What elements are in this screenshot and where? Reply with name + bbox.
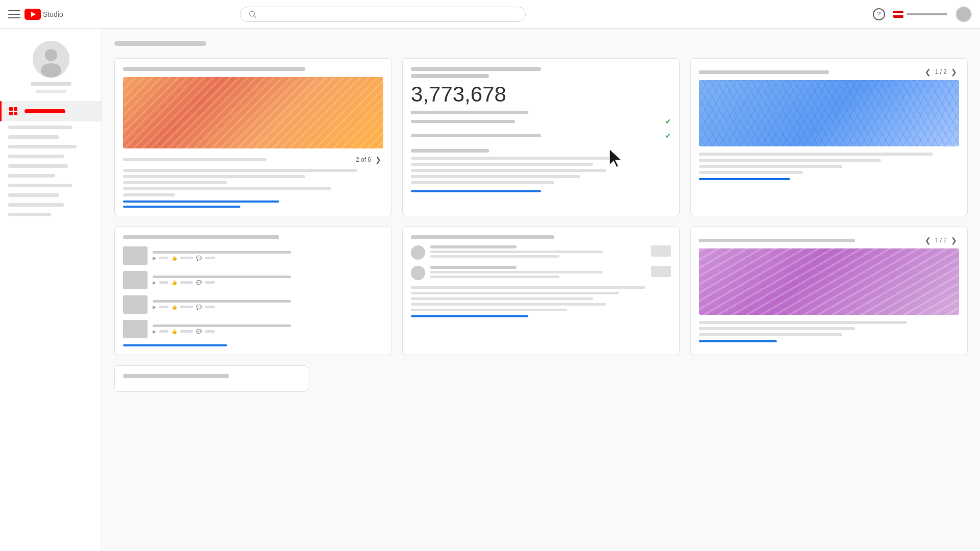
comment-text-2b bbox=[430, 276, 559, 278]
card1-title bbox=[123, 67, 305, 71]
card5-row-2 bbox=[411, 292, 619, 294]
card1-next-button[interactable]: ❯ bbox=[373, 155, 383, 165]
language-label bbox=[906, 13, 947, 15]
comment-content-1 bbox=[430, 245, 646, 258]
card6-next-button[interactable]: ❯ bbox=[949, 235, 959, 245]
desc-bar-1 bbox=[123, 169, 357, 172]
purple-pattern bbox=[699, 248, 959, 315]
card-video-blue: ❮ 1 / 2 ❯ bbox=[690, 58, 968, 216]
desc-bar-2 bbox=[123, 175, 305, 178]
search-bar[interactable] bbox=[240, 7, 526, 22]
list-info-3: ▶ 👍 💬 bbox=[153, 300, 383, 310]
card-video-purple: ❮ 1 / 2 ❯ bbox=[690, 227, 968, 355]
likes-icon-4: 👍 bbox=[172, 329, 177, 334]
item2-text bbox=[411, 134, 541, 137]
views-icon-3: ▶ bbox=[153, 305, 156, 310]
card2-sub-section bbox=[411, 149, 671, 184]
desc-bar-4 bbox=[123, 187, 331, 190]
svg-point-2 bbox=[250, 11, 255, 16]
flag-icon bbox=[893, 11, 903, 18]
card5-row-1 bbox=[411, 286, 645, 289]
desc-bar-3 bbox=[123, 181, 227, 184]
search-input[interactable] bbox=[256, 10, 517, 18]
card5-title bbox=[411, 235, 554, 239]
sidebar-link-4[interactable] bbox=[8, 155, 64, 158]
thumbnail-pattern bbox=[123, 77, 383, 148]
comment-text-1b bbox=[430, 255, 559, 258]
commenter-name-1 bbox=[430, 245, 517, 248]
stat-comments-2 bbox=[205, 281, 215, 284]
card-analytics: 3,773,678 ✔ ✔ bbox=[402, 58, 680, 216]
stat-views-3 bbox=[159, 306, 168, 308]
dashboard-grid: 2 of 6 ❯ 3,773,678 bbox=[114, 58, 968, 355]
sub-row-1 bbox=[411, 157, 619, 160]
card2-subtitle bbox=[411, 74, 489, 78]
sidebar-link-6[interactable] bbox=[8, 174, 55, 178]
channel-profile bbox=[0, 37, 102, 101]
studio-label: Studio bbox=[43, 10, 63, 18]
search-icon bbox=[249, 10, 257, 18]
list-thumb-2 bbox=[123, 271, 148, 289]
avatar-icon bbox=[33, 41, 69, 78]
sidebar-link-10[interactable] bbox=[8, 213, 51, 216]
list-item-2[interactable]: ▶ 👍 💬 bbox=[123, 271, 383, 289]
comment-action-1[interactable] bbox=[651, 245, 671, 257]
help-button[interactable]: ? bbox=[873, 8, 885, 20]
card5-progress bbox=[411, 315, 528, 317]
account-avatar[interactable] bbox=[955, 6, 972, 22]
list-item-1[interactable]: ▶ 👍 💬 bbox=[123, 246, 383, 265]
language-button[interactable] bbox=[893, 11, 947, 18]
stat-likes-4 bbox=[180, 330, 193, 333]
sub-row-3 bbox=[411, 169, 606, 172]
sidebar-link-9[interactable] bbox=[8, 203, 64, 207]
commenter-avatar-2 bbox=[411, 266, 425, 280]
sidebar-item-dashboard[interactable] bbox=[0, 101, 102, 121]
desc-bar-5 bbox=[123, 193, 175, 196]
stat-comments-3 bbox=[205, 306, 215, 308]
list-title-4 bbox=[153, 324, 291, 327]
menu-button[interactable] bbox=[8, 8, 20, 20]
sidebar-link-1[interactable] bbox=[8, 126, 72, 129]
sidebar-link-7[interactable] bbox=[8, 184, 72, 187]
stat-views-1 bbox=[159, 257, 168, 259]
stat-comments-1 bbox=[205, 257, 215, 259]
comment-1 bbox=[411, 245, 671, 260]
card2-item-1: ✔ bbox=[411, 117, 671, 126]
card3-content bbox=[699, 153, 959, 174]
list-stats-2: ▶ 👍 💬 bbox=[153, 280, 383, 285]
sidebar bbox=[0, 29, 102, 551]
comments-icon-3: 💬 bbox=[196, 305, 202, 310]
sidebar-link-3[interactable] bbox=[8, 145, 77, 148]
list-title-1 bbox=[153, 251, 291, 254]
card2-big-number: 3,773,678 bbox=[411, 82, 671, 107]
youtube-icon bbox=[24, 9, 41, 20]
card6-content bbox=[699, 321, 959, 336]
sidebar-link-5[interactable] bbox=[8, 164, 68, 168]
card5-row-4 bbox=[411, 303, 606, 306]
comments-icon-1: 💬 bbox=[196, 256, 202, 261]
sidebar-nav bbox=[0, 101, 102, 121]
check-icon-2: ✔ bbox=[665, 132, 671, 140]
list-item-4[interactable]: ▶ 👍 💬 bbox=[123, 320, 383, 338]
card6-nav-row: ❮ 1 / 2 ❯ bbox=[699, 235, 959, 245]
list-thumb-1 bbox=[123, 246, 148, 265]
check-icon-1: ✔ bbox=[665, 117, 671, 126]
comments-icon-4: 💬 bbox=[196, 329, 202, 334]
card6-prev-button[interactable]: ❮ bbox=[923, 235, 933, 245]
avatar-image bbox=[957, 7, 971, 21]
sidebar-link-2[interactable] bbox=[8, 135, 59, 139]
youtube-logo[interactable]: Studio bbox=[24, 9, 63, 20]
card3-next-button[interactable]: ❯ bbox=[949, 67, 959, 77]
list-item-3[interactable]: ▶ 👍 💬 bbox=[123, 295, 383, 314]
sidebar-link-8[interactable] bbox=[8, 193, 59, 197]
card3-prev-button[interactable]: ❮ bbox=[923, 67, 933, 77]
comment-action-2[interactable] bbox=[651, 266, 671, 277]
card1-progress-bar-1 bbox=[123, 201, 279, 203]
likes-icon-1: 👍 bbox=[172, 256, 177, 261]
comment-text-1 bbox=[430, 251, 603, 253]
card3-progress bbox=[699, 178, 790, 180]
header-right: ? bbox=[873, 6, 972, 22]
card-community bbox=[402, 227, 680, 355]
card-video-list: ▶ 👍 💬 ▶ 👍 bbox=[114, 227, 392, 355]
sub-row-2 bbox=[411, 163, 593, 166]
